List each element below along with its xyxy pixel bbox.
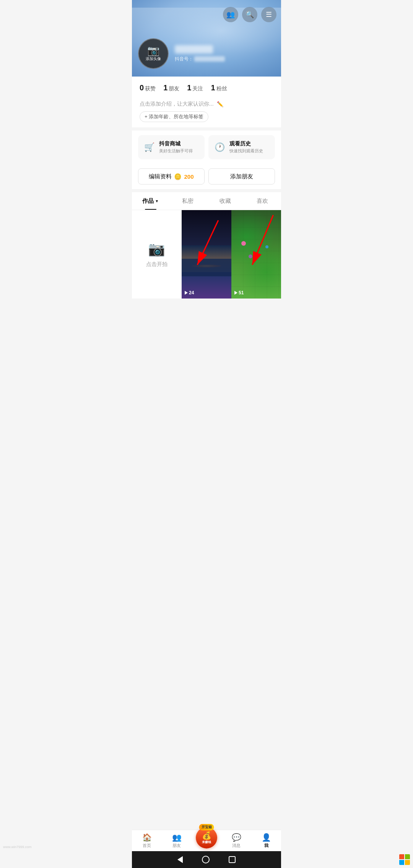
followers-label: 粉丝 bbox=[216, 85, 227, 92]
edit-label: 编辑资料 bbox=[149, 173, 172, 180]
stat-friends[interactable]: 1 朋友 bbox=[163, 83, 179, 92]
tab-collections[interactable]: 收藏 bbox=[206, 192, 244, 210]
tab-likes[interactable]: 喜欢 bbox=[244, 192, 281, 210]
profile-info: 📷 添加头像 抖音号： bbox=[132, 38, 281, 69]
likes-label: 获赞 bbox=[145, 85, 156, 92]
stats-section: 0 获赞 1 朋友 1 关注 1 粉丝 bbox=[132, 77, 281, 98]
tab-dropdown-arrow: ▼ bbox=[155, 199, 159, 203]
game-char-1 bbox=[241, 241, 246, 246]
shop-icon: 🛒 bbox=[144, 142, 154, 152]
tabs-bar: 作品 ▼ 私密 收藏 喜欢 bbox=[132, 192, 281, 210]
stat-following[interactable]: 1 关注 bbox=[187, 83, 203, 92]
video-thumb-1[interactable]: 24 bbox=[182, 210, 231, 299]
followers-count: 1 bbox=[211, 83, 215, 92]
avatar-label: 添加头像 bbox=[146, 56, 161, 62]
play-icon-2 bbox=[234, 291, 237, 295]
shop-link[interactable]: 🛒 抖音商城 美好生活触手可得 bbox=[138, 135, 205, 159]
play-icon-1 bbox=[185, 291, 188, 295]
username-blurred bbox=[175, 45, 213, 54]
profile-banner: 👥 🔍 ☰ 📷 添加头像 抖音号： bbox=[132, 0, 281, 77]
shop-text: 抖音商城 美好生活触手可得 bbox=[159, 140, 193, 154]
menu-icon-btn[interactable]: ☰ bbox=[261, 7, 276, 22]
shoot-label: 点击开拍 bbox=[146, 261, 167, 268]
history-link[interactable]: 🕐 观看历史 快速找到观看历史 bbox=[208, 135, 275, 159]
add-tags-btn[interactable]: + 添加年龄、所在地等标签 bbox=[140, 111, 208, 122]
likes-count: 0 bbox=[140, 83, 144, 92]
douyin-id-blurred bbox=[194, 56, 225, 62]
header-icons: 👥 🔍 ☰ bbox=[223, 7, 276, 22]
coin-amount: 200 bbox=[184, 173, 193, 180]
video-1-play-count: 24 bbox=[185, 290, 194, 295]
shop-title: 抖音商城 bbox=[159, 140, 193, 147]
content-grid: 📷 点击开拍 bbox=[132, 210, 281, 299]
bio-section: 点击添加介绍，让大家认识你... ✏️ + 添加年龄、所在地等标签 bbox=[132, 98, 281, 127]
play-count-2: 51 bbox=[239, 290, 244, 295]
menu-icon: ☰ bbox=[266, 10, 272, 19]
friends-count: 1 bbox=[163, 83, 167, 92]
bio-text[interactable]: 点击添加介绍，让大家认识你... ✏️ bbox=[140, 101, 273, 108]
shop-subtitle: 美好生活触手可得 bbox=[159, 148, 193, 154]
tab-likes-label: 喜欢 bbox=[257, 197, 268, 205]
camera-icon: 📷 bbox=[147, 46, 159, 55]
bio-placeholder: 点击添加介绍，让大家认识你... bbox=[140, 101, 214, 108]
history-title: 观看历史 bbox=[229, 140, 263, 147]
following-label: 关注 bbox=[192, 85, 203, 92]
following-count: 1 bbox=[187, 83, 191, 92]
tab-works-label: 作品 bbox=[142, 197, 154, 205]
tab-collections-label: 收藏 bbox=[220, 197, 231, 205]
play-count-1: 24 bbox=[189, 290, 194, 295]
tab-private-label: 私密 bbox=[182, 197, 193, 205]
video-thumb-2[interactable]: 51 bbox=[231, 210, 281, 299]
video-row: 24 bbox=[182, 210, 281, 299]
stat-likes[interactable]: 0 获赞 bbox=[140, 83, 156, 92]
add-friend-label: 添加朋友 bbox=[230, 173, 253, 180]
edit-profile-btn[interactable]: 编辑资料 🪙 200 bbox=[138, 168, 205, 184]
action-buttons: 编辑资料 🪙 200 添加朋友 bbox=[132, 164, 281, 189]
search-icon-btn[interactable]: 🔍 bbox=[242, 7, 257, 22]
avatar-container[interactable]: 📷 添加头像 bbox=[138, 38, 169, 69]
quick-links: 🛒 抖音商城 美好生活触手可得 🕐 观看历史 快速找到观看历史 bbox=[132, 131, 281, 164]
video-2-play-count: 51 bbox=[234, 290, 244, 295]
empty-state-col[interactable]: 📷 点击开拍 bbox=[132, 210, 182, 299]
tabs-section: 作品 ▼ 私密 收藏 喜欢 📷 点击开拍 bbox=[132, 192, 281, 299]
history-subtitle: 快速找到观看历史 bbox=[229, 148, 263, 154]
friends-label: 朋友 bbox=[169, 85, 179, 92]
grid-pattern bbox=[231, 210, 281, 299]
water bbox=[182, 259, 231, 276]
history-icon: 🕐 bbox=[215, 142, 225, 152]
friends-icon-btn[interactable]: 👥 bbox=[223, 7, 238, 22]
night-sky bbox=[182, 210, 231, 245]
edit-icon: ✏️ bbox=[217, 101, 223, 107]
shoot-icon: 📷 bbox=[148, 241, 165, 257]
friends-icon: 👥 bbox=[226, 10, 235, 19]
search-icon: 🔍 bbox=[246, 10, 254, 19]
history-text: 观看历史 快速找到观看历史 bbox=[229, 140, 263, 154]
add-friend-btn[interactable]: 添加朋友 bbox=[208, 168, 275, 184]
tab-private[interactable]: 私密 bbox=[169, 192, 207, 210]
douyin-id: 抖音号： bbox=[175, 56, 275, 62]
user-info: 抖音号： bbox=[175, 45, 275, 62]
stat-followers[interactable]: 1 粉丝 bbox=[211, 83, 227, 92]
videos-col: 24 bbox=[182, 210, 281, 299]
add-tags-label: + 添加年龄、所在地等标签 bbox=[145, 113, 203, 120]
tab-works[interactable]: 作品 ▼ bbox=[132, 192, 169, 210]
coin-icon: 🪙 bbox=[174, 173, 182, 180]
